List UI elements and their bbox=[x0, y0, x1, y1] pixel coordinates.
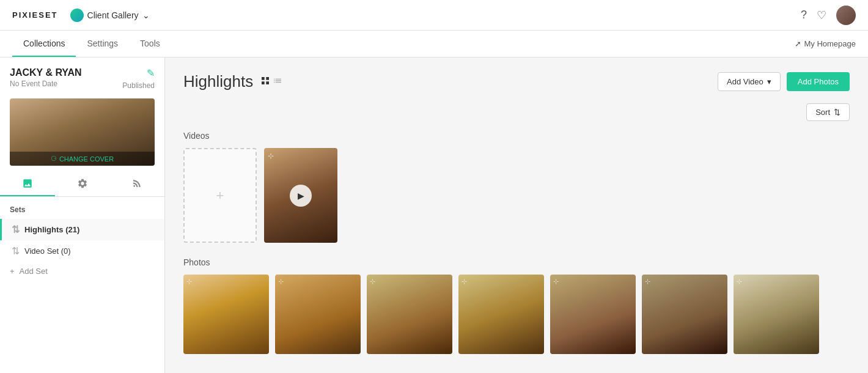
add-photos-button[interactable]: Add Photos bbox=[787, 72, 850, 91]
top-bar: PIXIESET Client Gallery ⌄ ? ♡ bbox=[0, 0, 868, 31]
photos-section: Photos ⊹ ⊹ ⊹ ⊹ bbox=[183, 257, 850, 354]
photo-card[interactable]: ⊹ bbox=[458, 275, 544, 354]
edit-icon[interactable]: ✎ bbox=[147, 67, 155, 79]
sidebar-header: JACKY & RYAN No Event Date ✎ Published bbox=[0, 57, 164, 92]
tab-settings[interactable]: Settings bbox=[76, 31, 129, 57]
video-grid: + ⊹ ▶ bbox=[183, 148, 850, 243]
photo-card[interactable]: ⊹ bbox=[183, 275, 269, 354]
sets-label: Sets bbox=[0, 203, 164, 219]
event-date: No Event Date bbox=[10, 79, 82, 88]
help-icon[interactable]: ? bbox=[801, 9, 807, 21]
play-icon: ▶ bbox=[290, 185, 312, 207]
plus-icon: + bbox=[216, 188, 224, 204]
drag-handle-icon: ⊹ bbox=[462, 278, 467, 286]
external-link-icon: ➚ bbox=[795, 39, 801, 48]
sub-nav-tabs: Collections Settings Tools bbox=[12, 31, 171, 57]
drag-icon: ⇅ bbox=[12, 245, 20, 257]
add-video-placeholder[interactable]: + bbox=[183, 148, 257, 243]
page-title: Highlights bbox=[183, 72, 253, 91]
content-area: Highlights Add Video ▾ Add Photos bbox=[165, 57, 868, 373]
view-toggle bbox=[260, 76, 282, 88]
header-actions: Add Video ▾ Add Photos bbox=[718, 72, 850, 91]
photo-thumbnail bbox=[275, 275, 361, 354]
videos-section-label: Videos bbox=[183, 131, 850, 141]
add-video-button[interactable]: Add Video ▾ bbox=[718, 72, 781, 91]
photo-thumbnail bbox=[642, 275, 727, 354]
gallery-name: Client Gallery bbox=[87, 10, 139, 20]
chevron-down-icon: ▾ bbox=[767, 77, 771, 86]
bell-icon[interactable]: ♡ bbox=[817, 9, 826, 22]
drag-handle-icon: ⊹ bbox=[268, 152, 274, 160]
change-cover-bar[interactable]: ⚆ CHANGE COVER bbox=[10, 152, 155, 166]
tab-collections[interactable]: Collections bbox=[12, 31, 76, 57]
list-view-button[interactable] bbox=[273, 76, 282, 88]
drag-handle-icon: ⊹ bbox=[186, 278, 192, 286]
photo-thumbnail bbox=[367, 275, 452, 354]
photo-card[interactable]: ⊹ bbox=[550, 275, 636, 354]
image-icon: ⚆ bbox=[51, 155, 57, 163]
content-header: Highlights Add Video ▾ Add Photos bbox=[183, 72, 850, 91]
sub-nav: Collections Settings Tools ➚ My Homepage bbox=[0, 31, 868, 57]
my-homepage-link[interactable]: ➚ My Homepage bbox=[795, 39, 856, 48]
grid-view-button[interactable] bbox=[260, 76, 270, 88]
sidebar-tab-photos[interactable] bbox=[0, 172, 55, 196]
sidebar-item-highlights[interactable]: ⇅ Highlights (21) bbox=[0, 219, 164, 240]
photo-thumbnail bbox=[183, 275, 269, 354]
photo-grid: ⊹ ⊹ ⊹ ⊹ ⊹ bbox=[183, 275, 850, 354]
top-bar-right: ? ♡ bbox=[801, 6, 856, 25]
pixieset-logo: PIXIESET bbox=[12, 10, 58, 20]
content-title-row: Highlights bbox=[183, 72, 282, 91]
photo-card[interactable]: ⊹ bbox=[367, 275, 452, 354]
plus-icon: + bbox=[10, 267, 15, 276]
drag-handle-icon: ⊹ bbox=[278, 278, 284, 286]
videos-section: Videos + ⊹ ▶ bbox=[183, 131, 850, 243]
cover-photo[interactable]: ⚆ CHANGE COVER bbox=[10, 98, 155, 166]
video-card[interactable]: ⊹ ▶ bbox=[264, 148, 337, 243]
photo-thumbnail bbox=[550, 275, 636, 354]
photo-thumbnail bbox=[734, 275, 819, 354]
sort-bar: Sort ⇅ bbox=[183, 103, 850, 121]
tab-tools[interactable]: Tools bbox=[129, 31, 171, 57]
drag-handle-icon: ⊹ bbox=[737, 278, 742, 286]
top-bar-left: PIXIESET Client Gallery ⌄ bbox=[12, 9, 150, 22]
sort-button[interactable]: Sort ⇅ bbox=[806, 103, 850, 121]
sidebar-icon-tabs bbox=[0, 172, 164, 197]
drag-handle-icon: ⊹ bbox=[370, 278, 375, 286]
chevron-down-icon: ⌄ bbox=[142, 10, 150, 20]
sidebar-tab-rss[interactable] bbox=[109, 172, 164, 196]
sidebar: JACKY & RYAN No Event Date ✎ Published ⚆… bbox=[0, 57, 165, 373]
photos-section-label: Photos bbox=[183, 257, 850, 267]
client-name: JACKY & RYAN bbox=[10, 67, 82, 78]
globe-icon bbox=[70, 9, 84, 22]
avatar[interactable] bbox=[836, 6, 856, 25]
main-layout: JACKY & RYAN No Event Date ✎ Published ⚆… bbox=[0, 57, 868, 373]
sidebar-item-video-set[interactable]: ⇅ Video Set (0) bbox=[0, 240, 164, 262]
gallery-selector[interactable]: Client Gallery ⌄ bbox=[70, 9, 150, 22]
photo-card[interactable]: ⊹ bbox=[275, 275, 361, 354]
sidebar-client-info: JACKY & RYAN No Event Date bbox=[10, 67, 82, 88]
sort-icon: ⇅ bbox=[834, 108, 840, 117]
published-badge: Published bbox=[122, 81, 155, 90]
add-set-button[interactable]: + Add Set bbox=[0, 262, 164, 281]
photo-thumbnail bbox=[458, 275, 544, 354]
drag-handle-icon: ⊹ bbox=[553, 278, 559, 286]
photo-card[interactable]: ⊹ bbox=[734, 275, 819, 354]
drag-icon: ⇅ bbox=[12, 224, 20, 235]
photo-card[interactable]: ⊹ bbox=[642, 275, 727, 354]
drag-handle-icon: ⊹ bbox=[645, 278, 650, 286]
sidebar-tab-settings[interactable] bbox=[55, 172, 110, 196]
